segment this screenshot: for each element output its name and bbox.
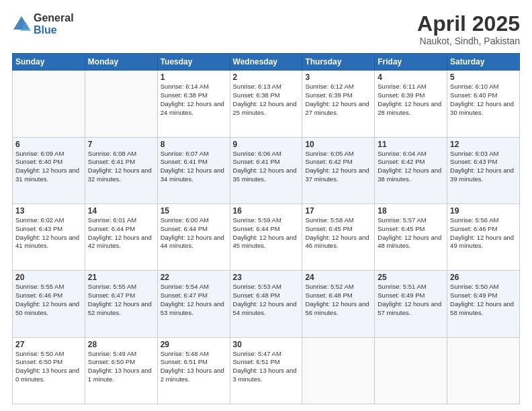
day-number: 26 [450,273,517,282]
calendar-cell: 14Sunrise: 6:01 AM Sunset: 6:44 PM Dayli… [85,203,157,270]
calendar-cell: 23Sunrise: 5:53 AM Sunset: 6:48 PM Dayli… [230,271,302,337]
cell-info: Sunrise: 5:48 AM Sunset: 6:51 PM Dayligh… [161,350,227,384]
month-title: April 2025 [417,12,520,36]
day-of-week-header: Saturday [447,54,520,71]
day-number: 14 [88,206,154,216]
cell-info: Sunrise: 5:55 AM Sunset: 6:46 PM Dayligh… [15,283,82,317]
day-number: 19 [450,206,517,216]
calendar-cell: 1Sunrise: 6:14 AM Sunset: 6:38 PM Daylig… [157,71,230,137]
day-number: 8 [161,140,227,149]
day-number: 1 [161,73,227,82]
day-number: 27 [15,340,82,349]
days-of-week-row: SundayMondayTuesdayWednesdayThursdayFrid… [13,54,520,71]
calendar-cell: 3Sunrise: 6:12 AM Sunset: 6:39 PM Daylig… [302,71,375,137]
calendar-cell: 25Sunrise: 5:51 AM Sunset: 6:49 PM Dayli… [375,271,447,337]
cell-info: Sunrise: 6:04 AM Sunset: 6:42 PM Dayligh… [378,150,444,184]
day-number: 22 [161,273,227,282]
day-number: 23 [233,273,300,282]
cell-info: Sunrise: 6:13 AM Sunset: 6:38 PM Dayligh… [233,83,300,117]
cell-info: Sunrise: 6:02 AM Sunset: 6:43 PM Dayligh… [15,216,82,250]
cell-info: Sunrise: 5:52 AM Sunset: 6:48 PM Dayligh… [305,283,371,317]
title-block: April 2025 Naukot, Sindh, Pakistan [417,12,520,46]
calendar-cell: 18Sunrise: 5:57 AM Sunset: 6:45 PM Dayli… [375,203,447,270]
logo-icon [12,15,31,34]
cell-info: Sunrise: 6:08 AM Sunset: 6:41 PM Dayligh… [88,150,154,184]
cell-info: Sunrise: 5:55 AM Sunset: 6:47 PM Dayligh… [88,283,154,317]
calendar-week-row: 6Sunrise: 6:09 AM Sunset: 6:40 PM Daylig… [13,137,520,203]
day-number: 5 [450,73,517,82]
cell-info: Sunrise: 5:58 AM Sunset: 6:45 PM Dayligh… [305,216,371,250]
calendar-week-row: 13Sunrise: 6:02 AM Sunset: 6:43 PM Dayli… [13,203,520,270]
day-number: 12 [450,140,517,149]
day-of-week-header: Friday [375,54,447,71]
calendar-cell [302,337,375,404]
calendar-cell: 20Sunrise: 5:55 AM Sunset: 6:46 PM Dayli… [13,271,85,337]
day-of-week-header: Sunday [13,54,85,71]
calendar-cell: 15Sunrise: 6:00 AM Sunset: 6:44 PM Dayli… [157,203,230,270]
calendar-cell: 10Sunrise: 6:05 AM Sunset: 6:42 PM Dayli… [302,137,375,203]
calendar-cell: 24Sunrise: 5:52 AM Sunset: 6:48 PM Dayli… [302,271,375,337]
cell-info: Sunrise: 5:57 AM Sunset: 6:45 PM Dayligh… [378,216,444,250]
day-number: 11 [378,140,444,149]
calendar-table: SundayMondayTuesdayWednesdayThursdayFrid… [12,53,520,404]
calendar-cell: 19Sunrise: 5:56 AM Sunset: 6:46 PM Dayli… [447,203,520,270]
calendar-cell: 6Sunrise: 6:09 AM Sunset: 6:40 PM Daylig… [13,137,85,203]
day-number: 18 [378,206,444,216]
calendar-cell: 13Sunrise: 6:02 AM Sunset: 6:43 PM Dayli… [13,203,85,270]
calendar-body: 1Sunrise: 6:14 AM Sunset: 6:38 PM Daylig… [13,71,520,404]
calendar-cell: 2Sunrise: 6:13 AM Sunset: 6:38 PM Daylig… [230,71,302,137]
day-number: 2 [233,73,300,82]
cell-info: Sunrise: 5:50 AM Sunset: 6:50 PM Dayligh… [15,350,82,384]
day-of-week-header: Monday [85,54,157,71]
cell-info: Sunrise: 5:56 AM Sunset: 6:46 PM Dayligh… [450,216,517,250]
calendar-cell [13,71,85,137]
day-number: 20 [15,273,82,282]
cell-info: Sunrise: 6:11 AM Sunset: 6:39 PM Dayligh… [378,83,444,117]
day-number: 17 [305,206,371,216]
cell-info: Sunrise: 5:49 AM Sunset: 6:50 PM Dayligh… [88,350,154,384]
calendar-cell: 4Sunrise: 6:11 AM Sunset: 6:39 PM Daylig… [375,71,447,137]
day-number: 28 [88,340,154,349]
cell-info: Sunrise: 6:05 AM Sunset: 6:42 PM Dayligh… [305,150,371,184]
calendar-cell: 8Sunrise: 6:07 AM Sunset: 6:41 PM Daylig… [157,137,230,203]
cell-info: Sunrise: 5:54 AM Sunset: 6:47 PM Dayligh… [161,283,227,317]
day-of-week-header: Thursday [302,54,375,71]
calendar-week-row: 20Sunrise: 5:55 AM Sunset: 6:46 PM Dayli… [13,271,520,337]
cell-info: Sunrise: 6:14 AM Sunset: 6:38 PM Dayligh… [161,83,227,117]
calendar-cell: 16Sunrise: 5:59 AM Sunset: 6:44 PM Dayli… [230,203,302,270]
page: General Blue April 2025 Naukot, Sindh, P… [0,0,532,411]
calendar-cell: 29Sunrise: 5:48 AM Sunset: 6:51 PM Dayli… [157,337,230,404]
day-number: 24 [305,273,371,282]
day-number: 13 [15,206,82,216]
calendar-cell: 22Sunrise: 5:54 AM Sunset: 6:47 PM Dayli… [157,271,230,337]
calendar-cell [375,337,447,404]
cell-info: Sunrise: 6:10 AM Sunset: 6:40 PM Dayligh… [450,83,517,117]
calendar-cell: 27Sunrise: 5:50 AM Sunset: 6:50 PM Dayli… [13,337,85,404]
day-number: 25 [378,273,444,282]
day-number: 30 [233,340,300,349]
calendar-cell: 17Sunrise: 5:58 AM Sunset: 6:45 PM Dayli… [302,203,375,270]
day-of-week-header: Tuesday [157,54,230,71]
calendar-cell: 7Sunrise: 6:08 AM Sunset: 6:41 PM Daylig… [85,137,157,203]
day-number: 10 [305,140,371,149]
day-of-week-header: Wednesday [230,54,302,71]
calendar-cell [447,337,520,404]
day-number: 4 [378,73,444,82]
logo-text: General Blue [34,12,74,36]
calendar-cell: 11Sunrise: 6:04 AM Sunset: 6:42 PM Dayli… [375,137,447,203]
cell-info: Sunrise: 6:06 AM Sunset: 6:41 PM Dayligh… [233,150,300,184]
calendar-cell: 30Sunrise: 5:47 AM Sunset: 6:51 PM Dayli… [230,337,302,404]
cell-info: Sunrise: 5:53 AM Sunset: 6:48 PM Dayligh… [233,283,300,317]
cell-info: Sunrise: 5:50 AM Sunset: 6:49 PM Dayligh… [450,283,517,317]
cell-info: Sunrise: 6:09 AM Sunset: 6:40 PM Dayligh… [15,150,82,184]
calendar-cell [85,71,157,137]
day-number: 7 [88,140,154,149]
cell-info: Sunrise: 6:12 AM Sunset: 6:39 PM Dayligh… [305,83,371,117]
day-number: 29 [161,340,227,349]
cell-info: Sunrise: 5:51 AM Sunset: 6:49 PM Dayligh… [378,283,444,317]
location: Naukot, Sindh, Pakistan [417,36,520,46]
cell-info: Sunrise: 5:59 AM Sunset: 6:44 PM Dayligh… [233,216,300,250]
day-number: 16 [233,206,300,216]
cell-info: Sunrise: 6:00 AM Sunset: 6:44 PM Dayligh… [161,216,227,250]
calendar-week-row: 1Sunrise: 6:14 AM Sunset: 6:38 PM Daylig… [13,71,520,137]
